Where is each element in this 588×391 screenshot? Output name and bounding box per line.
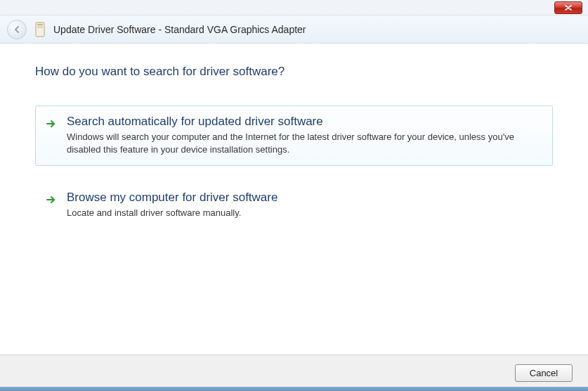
cancel-button[interactable]: Cancel <box>515 364 573 382</box>
option-browse-computer[interactable]: Browse my computer for driver software L… <box>35 181 553 230</box>
main-heading: How do you want to search for driver sof… <box>35 65 553 79</box>
title-bar <box>0 0 588 15</box>
close-button[interactable] <box>554 1 582 14</box>
option-description: Locate and install driver software manua… <box>67 207 542 219</box>
option-description: Windows will search your computer and th… <box>67 131 542 155</box>
svg-rect-2 <box>37 26 43 27</box>
arrow-right-icon <box>46 115 58 155</box>
option-body: Browse my computer for driver software L… <box>67 191 542 219</box>
window-title: Update Driver Software - Standard VGA Gr… <box>53 24 306 35</box>
option-search-automatically[interactable]: Search automatically for updated driver … <box>35 105 553 166</box>
option-title: Search automatically for updated driver … <box>67 115 542 129</box>
svg-rect-3 <box>37 27 43 28</box>
close-icon <box>563 4 573 11</box>
device-icon <box>34 21 46 38</box>
content-area: How do you want to search for driver sof… <box>0 44 588 347</box>
arrow-left-icon <box>12 25 22 34</box>
header-bar: Update Driver Software - Standard VGA Gr… <box>0 15 588 44</box>
footer-bar: Cancel <box>0 354 588 391</box>
arrow-right-icon <box>46 191 58 219</box>
back-button[interactable] <box>7 20 27 39</box>
option-title: Browse my computer for driver software <box>67 191 542 205</box>
option-body: Search automatically for updated driver … <box>67 115 542 155</box>
svg-rect-1 <box>37 24 43 25</box>
bottom-border <box>0 387 588 391</box>
